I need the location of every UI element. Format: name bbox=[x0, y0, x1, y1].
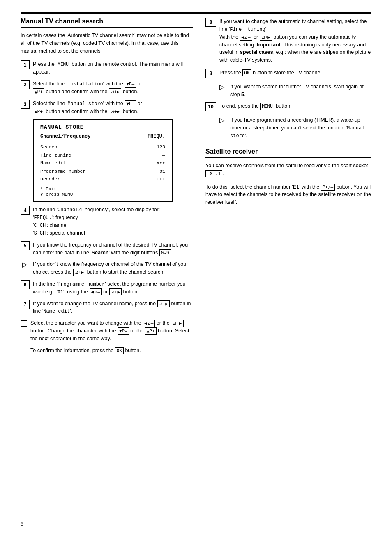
checkbox-2-row: To confirm the information, press the OK… bbox=[21, 347, 193, 355]
menu-footer-line2: ∨ press MENU bbox=[40, 191, 165, 197]
intro-text: In certain cases the 'Automatic TV chann… bbox=[21, 32, 193, 55]
step-1-text: Press the MENU button on the remote cont… bbox=[33, 60, 193, 76]
step-3-num: 3 bbox=[21, 100, 30, 109]
step-6-num: 6 bbox=[21, 280, 30, 289]
checkbox-1 bbox=[21, 320, 27, 327]
satellite-title: Satellite receiver bbox=[205, 148, 371, 158]
d-plus-btn-3: ⊿+▶ bbox=[109, 108, 121, 115]
menu-box: MANUAL STORE Channel/Frequency FREQU. Se… bbox=[33, 119, 173, 202]
menu-btn-10: MENU bbox=[260, 103, 274, 110]
left-section-title: Manual TV channel search bbox=[21, 18, 193, 28]
menu-item-finetuning-value: — bbox=[162, 151, 165, 159]
menu-divider bbox=[40, 141, 165, 141]
d-plus-btn-2: ⊿+▶ bbox=[109, 88, 121, 95]
step-2-text: Select the line 'Installation' with the … bbox=[33, 80, 193, 96]
menu-item-search-label: Search bbox=[40, 143, 57, 151]
checkbox-1-row: Select the character you want to change … bbox=[21, 319, 193, 342]
step-9-num: 9 bbox=[205, 69, 216, 78]
d-plus-cb1: ⊿+▶ bbox=[171, 320, 183, 327]
step-7-text: If you want to change the TV channel nam… bbox=[33, 300, 193, 316]
menu-footer: ^ Exit: ∨ press MENU bbox=[40, 187, 165, 197]
step-9-text: Press the OK button to store the TV chan… bbox=[219, 69, 371, 77]
menu-item-nameedit: Name edit xxx bbox=[40, 159, 165, 167]
menu-box-title: MANUAL STORE bbox=[40, 124, 165, 130]
step-1-num: 1 bbox=[21, 60, 30, 69]
p-plus-minus-btn: P+/— bbox=[321, 184, 335, 191]
note-text-10: If you have programmed a recording (TIME… bbox=[230, 116, 371, 140]
vp-minus-btn-3: ▼P— bbox=[125, 100, 136, 107]
menu-button-1: MENU bbox=[56, 61, 70, 68]
menu-item-decoder: Decoder OFF bbox=[40, 175, 165, 183]
menu-item-decoder-value: OFF bbox=[157, 175, 165, 183]
menu-item-finetuning-label: Fine tuning bbox=[40, 151, 71, 159]
left-minus-cb1: ◀⊿— bbox=[143, 320, 155, 327]
step-10-row: 10 To end, press the MENU button. bbox=[205, 102, 371, 111]
vp-minus-btn-2: ▼P— bbox=[125, 81, 136, 88]
d-plus-btn-7: ⊿+▶ bbox=[157, 300, 170, 307]
ok-btn-cb2: OK bbox=[115, 347, 124, 354]
note-arrow-5: ▷ bbox=[22, 261, 30, 268]
ap-plus-btn-3: ▲P+ bbox=[33, 108, 44, 115]
step-4-num: 4 bbox=[21, 206, 30, 215]
step-7-num: 7 bbox=[21, 300, 30, 309]
step-5-num: 5 bbox=[21, 241, 30, 250]
vp-minus-cb1: ▼P— bbox=[118, 327, 129, 334]
menu-header-row: Channel/Frequency FREQU. bbox=[40, 134, 165, 139]
note-text-9: If you want to search for further TV cha… bbox=[230, 83, 371, 99]
step-3-text: Select the line 'Manual store' with the … bbox=[33, 100, 193, 115]
menu-item-programme: Programme number 01 bbox=[40, 167, 165, 175]
menu-item-programme-label: Programme number bbox=[40, 167, 85, 175]
step-4-text: In the line 'Channel/Frequency', select … bbox=[33, 206, 193, 237]
d-plus-btn-note5: ⊿+▶ bbox=[73, 269, 85, 276]
step-8-num: 8 bbox=[205, 18, 216, 27]
step-8-text: If you want to change the automatic tv c… bbox=[219, 18, 371, 64]
right-column: 8 If you want to change the automatic tv… bbox=[205, 18, 371, 358]
left-column: Manual TV channel search In certain case… bbox=[21, 18, 193, 358]
ok-btn-9: OK bbox=[242, 69, 251, 76]
step-4-row: 4 In the line 'Channel/Frequency', selec… bbox=[21, 206, 193, 237]
step-5-row: 5 If you know the frequency or channel o… bbox=[21, 241, 193, 257]
note-arrow-10: ▷ bbox=[219, 116, 227, 124]
satellite-text1: You can receive channels from the satell… bbox=[205, 162, 371, 178]
menu-item-search-value: 123 bbox=[157, 143, 165, 151]
menu-item-nameedit-label: Name edit bbox=[40, 159, 66, 167]
ap-plus-cb1: ▲P+ bbox=[145, 327, 157, 334]
left-minus-btn-8: ◀⊿— bbox=[240, 34, 252, 41]
satellite-text2: To do this, select the channel number 'E… bbox=[205, 183, 371, 206]
digit-btn: 0-9 bbox=[159, 249, 171, 256]
page-number: 6 bbox=[21, 521, 23, 527]
menu-footer-line1: ^ Exit: bbox=[40, 187, 165, 191]
ext1-btn: EXT.1 bbox=[205, 170, 222, 177]
step-1-row: 1 Press the MENU button on the remote co… bbox=[21, 60, 193, 76]
note-text-5: If you don't know the frequency or chann… bbox=[33, 261, 193, 276]
menu-item-search: Search 123 bbox=[40, 143, 165, 151]
top-rule bbox=[21, 12, 371, 14]
step-2-row: 2 Select the line 'Installation' with th… bbox=[21, 80, 193, 96]
step-10-note: ▷ If you have programmed a recording (TI… bbox=[219, 116, 371, 140]
satellite-section: Satellite receiver You can receive chann… bbox=[205, 148, 371, 206]
step-9-row: 9 Press the OK button to store the TV ch… bbox=[205, 69, 371, 78]
checkbox-2 bbox=[21, 348, 27, 354]
step-10-text: To end, press the MENU button. bbox=[219, 102, 371, 110]
ap-plus-btn-2: ▲P+ bbox=[33, 88, 44, 95]
step-5-text: If you know the frequency or channel of … bbox=[33, 241, 193, 257]
step-9-note: ▷ If you want to search for further TV c… bbox=[219, 83, 371, 99]
step-8-row: 8 If you want to change the automatic tv… bbox=[205, 18, 371, 64]
menu-item-programme-value: 01 bbox=[159, 167, 165, 175]
checkbox-1-text: Select the character you want to change … bbox=[30, 319, 193, 342]
step-5-note: ▷ If you don't know the frequency or cha… bbox=[22, 261, 193, 276]
checkbox-2-text: To confirm the information, press the OK… bbox=[30, 347, 193, 355]
menu-item-nameedit-value: xxx bbox=[157, 159, 165, 167]
d-plus-btn-6: ⊿+▶ bbox=[109, 288, 122, 295]
page: Manual TV channel search In certain case… bbox=[0, 0, 392, 535]
step-6-text: In the line 'Programme number' select th… bbox=[33, 280, 193, 296]
menu-header-left: Channel/Frequency bbox=[40, 134, 90, 139]
step-3-row: 3 Select the line 'Manual store' with th… bbox=[21, 100, 193, 115]
step-6-row: 6 In the line 'Programme number' select … bbox=[21, 280, 193, 296]
d-plus-btn-8: ⊿+▶ bbox=[260, 34, 272, 41]
step-10-num: 10 bbox=[205, 102, 216, 111]
menu-item-finetuning: Fine tuning — bbox=[40, 151, 165, 159]
step-7-row: 7 If you want to change the TV channel n… bbox=[21, 300, 193, 316]
note-arrow-9: ▷ bbox=[219, 83, 227, 91]
menu-item-decoder-label: Decoder bbox=[40, 175, 60, 183]
